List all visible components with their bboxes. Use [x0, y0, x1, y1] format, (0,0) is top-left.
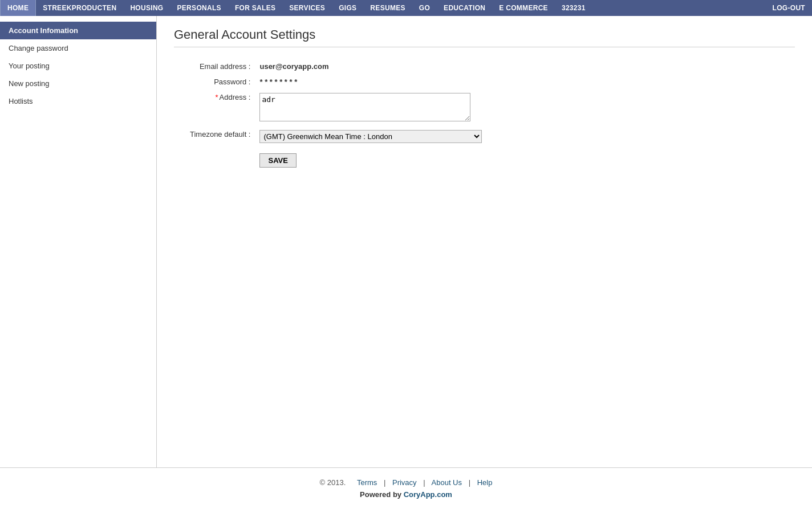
password-label: Password : — [214, 78, 250, 86]
address-label: Address : — [220, 93, 251, 101]
sidebar-item-hotlists[interactable]: Hotlists — [0, 92, 156, 110]
privacy-link[interactable]: Privacy — [392, 478, 417, 487]
nav-item-housing[interactable]: HOUSING — [123, 0, 170, 16]
nav-item-services[interactable]: SERVICES — [282, 0, 332, 16]
copyright: © 2013. — [320, 478, 346, 487]
nav-item-323231[interactable]: 323231 — [555, 0, 592, 16]
sidebar-item-your-posting[interactable]: Your posting — [0, 57, 156, 75]
coryapp-link[interactable]: CoryApp.com — [404, 490, 452, 499]
footer: © 2013. Terms | Privacy | About Us | Hel… — [0, 467, 812, 509]
powered-text: Powered by — [360, 490, 404, 499]
sidebar-item-change-password[interactable]: Change password — [0, 39, 156, 57]
nav-item-personals[interactable]: PERSONALS — [170, 0, 228, 16]
password-value: * * * * * * * * — [259, 73, 297, 86]
terms-link[interactable]: Terms — [357, 478, 377, 487]
email-label: Email address : — [200, 62, 251, 71]
main-content: General Account Settings Email address :… — [157, 16, 812, 467]
nav-item-go[interactable]: GO — [412, 0, 437, 16]
email-value: user@coryapp.com — [259, 58, 328, 71]
nav-item-for-sales[interactable]: FOR SALES — [228, 0, 282, 16]
sidebar: Account InfomationChange passwordYour po… — [0, 16, 157, 467]
sidebar-item-new-posting[interactable]: New posting — [0, 75, 156, 92]
nav-item-resumes[interactable]: RESUMES — [363, 0, 412, 16]
sidebar-item-account-information[interactable]: Account Infomation — [0, 22, 156, 39]
required-star: * — [215, 93, 218, 101]
address-input[interactable] — [259, 93, 470, 121]
nav-item-e-commerce[interactable]: E COMMERCE — [492, 0, 555, 16]
nav-item-streekproducten[interactable]: STREEKPRODUCTEN — [36, 0, 123, 16]
footer-links: © 2013. Terms | Privacy | About Us | Hel… — [10, 478, 802, 487]
nav-item-gigs[interactable]: GIGS — [332, 0, 363, 16]
page-title: General Account Settings — [174, 27, 795, 47]
save-button[interactable]: SAVE — [259, 153, 296, 168]
timezone-label: Timezone default : — [190, 130, 250, 139]
timezone-select[interactable]: (GMT) Greenwich Mean Time : London(GMT-0… — [259, 130, 482, 143]
main-nav: HOMESTREEKPRODUCTENHOUSINGPERSONALSFOR S… — [0, 0, 812, 16]
powered-by: Powered by CoryApp.com — [10, 490, 802, 499]
about-us-link[interactable]: About Us — [432, 478, 462, 487]
logout-button[interactable]: LOG-OUT — [766, 0, 812, 16]
help-link[interactable]: Help — [477, 478, 493, 487]
nav-item-education[interactable]: EDUCATION — [437, 0, 492, 16]
nav-item-home[interactable]: HOME — [0, 0, 36, 16]
account-settings-form: Email address : user@coryapp.com Passwor… — [185, 59, 486, 171]
